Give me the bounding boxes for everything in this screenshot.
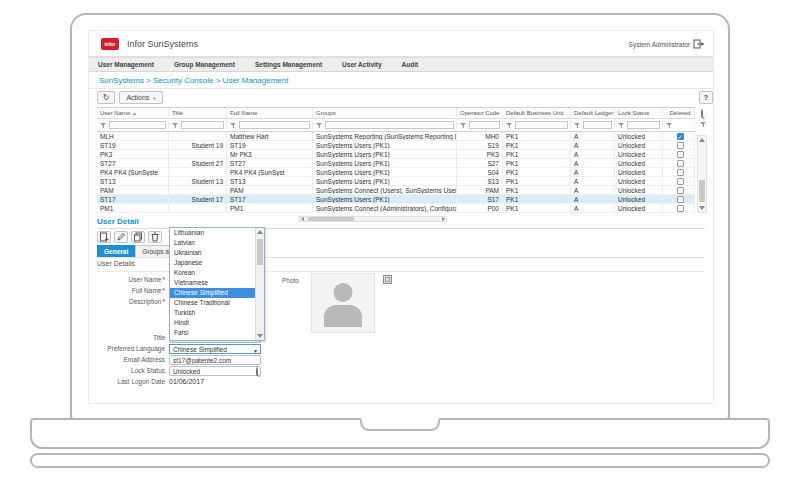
filter-input-default-ledger[interactable] (583, 121, 612, 129)
actions-label: Actions (126, 94, 149, 101)
filter-input-lock-status[interactable] (627, 121, 660, 129)
deleted-checkbox[interactable] (677, 160, 684, 167)
column-header-user-name[interactable]: User Name▲ (97, 108, 169, 118)
delete-user-button[interactable] (148, 231, 162, 243)
new-user-button[interactable] (97, 231, 111, 243)
cell-default-ledger: A (571, 141, 615, 149)
actions-button[interactable]: Actions ▾ (119, 91, 163, 104)
filter-icon[interactable] (460, 122, 467, 129)
deleted-checkbox[interactable] (677, 205, 684, 212)
scroll-down-icon[interactable] (699, 206, 705, 210)
cell-user-name: ST19 (97, 141, 169, 149)
filter-input-groups[interactable] (325, 121, 454, 129)
logout-icon[interactable] (693, 39, 705, 49)
deleted-checkbox[interactable] (677, 151, 684, 158)
filter-icon[interactable] (618, 122, 625, 129)
table-horizontal-scrollbar[interactable] (299, 216, 447, 222)
table-row[interactable]: PM1 PM1 SunSystems Connect (Administrato… (97, 204, 695, 213)
column-header-operator-code[interactable]: Operator Code (457, 108, 503, 118)
dropdown-item[interactable]: Turkish (170, 308, 256, 318)
column-header-groups[interactable]: Groups (313, 108, 457, 118)
scroll-left-icon[interactable] (301, 217, 304, 221)
filter-icon[interactable] (574, 122, 581, 129)
dropdown-item[interactable]: Chinese Traditional (170, 298, 256, 308)
table-vertical-scrollbar[interactable] (697, 135, 707, 213)
search-icon[interactable] (701, 110, 703, 117)
column-header-full-name[interactable]: Full Name (227, 108, 313, 118)
edit-user-button[interactable] (114, 231, 128, 243)
dropdown-item[interactable]: Latvian (170, 238, 256, 248)
photo-browse-button[interactable] (383, 275, 392, 284)
deleted-checkbox[interactable] (677, 169, 684, 176)
dropdown-item[interactable]: Korean (170, 268, 256, 278)
cell-lock-status: Unlocked (615, 141, 663, 149)
email-field[interactable] (169, 355, 261, 365)
menu-item-settings-management[interactable]: Settings Management (246, 58, 331, 71)
scroll-down-icon[interactable] (257, 334, 263, 338)
column-header-default-ledger[interactable]: Default Ledger (571, 108, 615, 118)
filter-input-default-business-unit[interactable] (515, 121, 568, 129)
filter-icon[interactable] (316, 122, 323, 129)
menu-item-group-management[interactable]: Group Management (165, 58, 244, 71)
filter-icon-deleted[interactable] (666, 122, 673, 129)
table-row[interactable]: PK4 PK4 (SunSyste PK4 PK4 (SunSyst SunSy… (97, 168, 695, 177)
copy-user-button[interactable] (131, 231, 145, 243)
dropdown-item[interactable]: Ukrainian (170, 248, 256, 258)
table-row-selected[interactable]: ST17 Student 17 ST17 SunSystems Users (P… (97, 195, 695, 204)
column-header-default-business-unit[interactable]: Default Business Unit (503, 108, 571, 118)
cell-title: Student 19 (169, 141, 227, 149)
dropdown-item[interactable]: Hindi (170, 318, 256, 328)
filter-icon[interactable] (172, 122, 179, 129)
filter-icon[interactable] (100, 122, 107, 129)
scroll-up-icon[interactable] (257, 230, 263, 234)
dropdown-item[interactable]: Vietnamese (170, 278, 256, 288)
filter-input-operator-code[interactable] (469, 121, 500, 129)
required-marker: * (162, 298, 165, 305)
cell-groups: SunSystems Users (PK1) (313, 168, 457, 176)
table-row[interactable]: PK3 Mr PK3 SunSystems Users (PK1) PK3 PK… (97, 150, 695, 159)
breadcrumb[interactable]: SunSystems > Security Console > User Man… (89, 72, 713, 89)
column-header-title[interactable]: Title (169, 108, 227, 118)
table-row[interactable]: ST13 Student 13 ST13 SunSystems Users (P… (97, 177, 695, 186)
dropdown-item-selected[interactable]: Chinese Simplified (170, 288, 256, 298)
filter-input-user-name[interactable] (109, 121, 166, 129)
tab-general[interactable]: General (97, 245, 135, 257)
column-header-deleted[interactable]: Deleted (663, 108, 695, 118)
table-row[interactable]: MLH Matthew Hart SunSystems Reporting (S… (97, 132, 695, 141)
filter-input-title[interactable] (181, 121, 224, 129)
dropdown-item[interactable]: Japanese (170, 258, 256, 268)
scroll-right-icon[interactable] (442, 217, 445, 221)
filter-icon[interactable] (506, 122, 513, 129)
laptop-mockup: infor Infor SunSystems System Administra… (0, 0, 800, 496)
cell-default-ledger: A (571, 150, 615, 158)
help-button[interactable]: ? (699, 91, 713, 104)
menu-item-user-activity[interactable]: User Activity (333, 58, 391, 71)
lock-status-field[interactable] (169, 366, 261, 376)
dropdown-item[interactable]: Lithuanian (170, 228, 256, 238)
dropdown-item[interactable]: Farsi (170, 328, 256, 338)
preferred-language-select[interactable]: Chinese Simplified ▼ (169, 344, 261, 354)
deleted-checkbox[interactable] (677, 178, 684, 185)
column-header-lock-status[interactable]: Lock Status (615, 108, 663, 118)
refresh-button[interactable]: ↻ (97, 91, 115, 104)
app-title: Infor SunSystems (127, 31, 198, 57)
table-row[interactable]: PAM PAM SunSystems Connect (Users), SunS… (97, 186, 695, 195)
deleted-checkbox[interactable] (677, 133, 684, 140)
lookup-icon[interactable] (256, 368, 258, 375)
menu-item-user-management[interactable]: User Management (89, 58, 163, 71)
table-row[interactable]: ST19 Student 19 ST19 SunSystems Users (P… (97, 141, 695, 150)
scrollbar-thumb[interactable] (699, 180, 705, 202)
scrollbar-thumb[interactable] (257, 239, 263, 265)
cell-title (169, 186, 227, 194)
filter-input-full-name[interactable] (239, 121, 310, 129)
scrollbar-thumb[interactable] (308, 217, 354, 221)
deleted-checkbox[interactable] (677, 187, 684, 194)
dropdown-scrollbar[interactable] (255, 228, 264, 340)
cell-lock-status: Unlocked (615, 150, 663, 158)
filter-icon[interactable] (230, 122, 237, 129)
deleted-checkbox[interactable] (677, 196, 684, 203)
deleted-checkbox[interactable] (677, 142, 684, 149)
menu-item-audit[interactable]: Audit (393, 58, 428, 71)
scroll-up-icon[interactable] (699, 138, 705, 142)
table-row[interactable]: ST27 Student 27 ST27 SunSystems Users (P… (97, 159, 695, 168)
